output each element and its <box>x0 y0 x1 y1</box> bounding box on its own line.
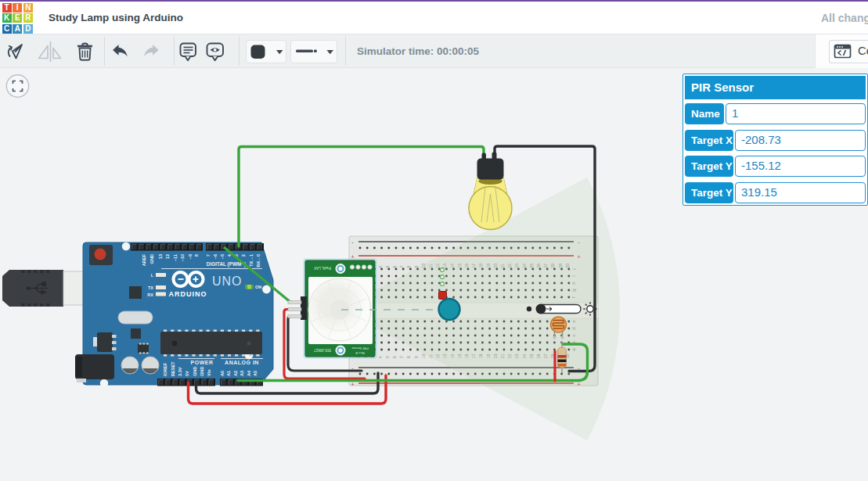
svg-text:PIR Sensor: PIR Sensor <box>351 346 369 350</box>
svg-text:GND: GND <box>200 367 204 376</box>
svg-text:8: 8 <box>194 254 199 257</box>
svg-text:5V: 5V <box>185 371 189 376</box>
svg-text:Rev B: Rev B <box>355 351 365 355</box>
svg-text:3.3V: 3.3V <box>178 367 182 376</box>
svg-text:~6: ~6 <box>213 254 218 259</box>
svg-text:ANALOG IN: ANALOG IN <box>225 360 259 365</box>
svg-text:7: 7 <box>400 356 404 358</box>
svg-text:A4: A4 <box>247 370 251 376</box>
svg-text:IOREF: IOREF <box>163 362 167 376</box>
svg-text:AREF: AREF <box>142 253 146 266</box>
svg-text:6: 6 <box>393 266 397 268</box>
svg-text:~11: ~11 <box>173 254 178 261</box>
svg-text:+: + <box>351 382 354 387</box>
svg-text:9: 9 <box>415 356 419 358</box>
svg-text:8: 8 <box>407 266 411 268</box>
svg-text:555-28627: 555-28627 <box>314 348 331 352</box>
svg-text:ARDUINO: ARDUINO <box>169 290 207 298</box>
svg-text:GND: GND <box>193 367 197 376</box>
svg-text:6: 6 <box>393 356 397 358</box>
svg-text:POWER: POWER <box>191 360 214 365</box>
svg-text:UNO: UNO <box>212 275 243 288</box>
svg-text:PwAL LAX: PwAL LAX <box>314 266 331 270</box>
svg-text:A5: A5 <box>253 371 258 376</box>
svg-text:A2: A2 <box>233 371 238 376</box>
svg-text:TX: TX <box>148 285 153 290</box>
svg-text:2: 2 <box>241 254 246 257</box>
svg-text:8: 8 <box>407 356 411 358</box>
svg-text:~10: ~10 <box>180 254 185 262</box>
svg-text:12: 12 <box>165 254 170 259</box>
svg-text:GND: GND <box>149 254 154 264</box>
svg-text:5: 5 <box>386 356 390 358</box>
svg-text:TX→1: TX→1 <box>249 254 254 267</box>
svg-text:5: 5 <box>386 266 390 268</box>
svg-text:~9: ~9 <box>188 254 193 259</box>
svg-text:10: 10 <box>422 354 426 358</box>
svg-text:A1: A1 <box>226 371 231 376</box>
svg-text:7: 7 <box>206 254 211 257</box>
svg-text:4: 4 <box>379 356 383 358</box>
svg-text:RX←0: RX←0 <box>256 254 261 267</box>
svg-text:4: 4 <box>379 266 383 268</box>
svg-text:DIGITAL (PWM~): DIGITAL (PWM~) <box>207 261 246 267</box>
svg-text:~5: ~5 <box>220 254 225 259</box>
svg-text:7: 7 <box>400 266 404 268</box>
svg-text:A0: A0 <box>220 371 225 376</box>
svg-text:13: 13 <box>158 254 163 259</box>
svg-text:Vin: Vin <box>207 369 211 376</box>
svg-text:A3: A3 <box>240 371 244 376</box>
svg-text:RX: RX <box>147 293 153 297</box>
svg-text:RESET: RESET <box>171 361 175 376</box>
svg-text:ON: ON <box>255 285 261 289</box>
